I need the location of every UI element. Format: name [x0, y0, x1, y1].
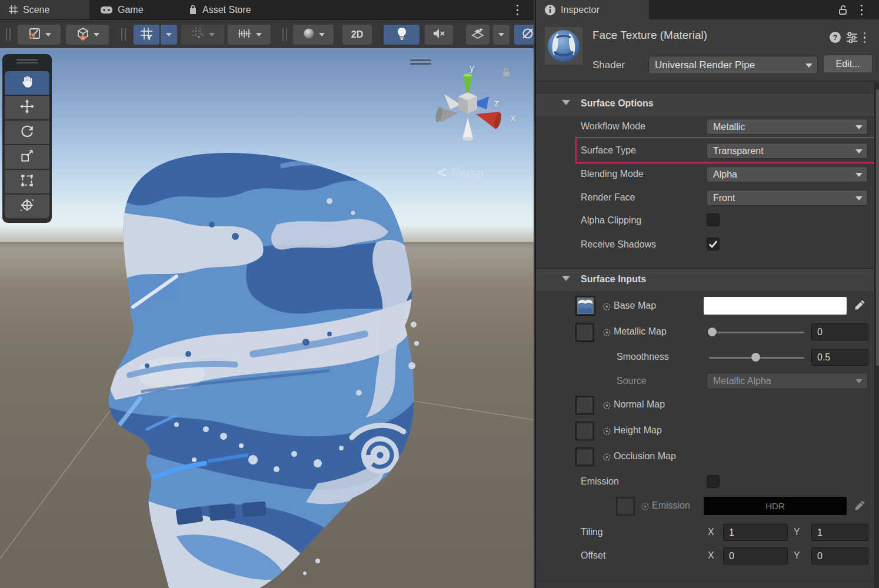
palette-drag-handle-icon[interactable]: [16, 59, 38, 64]
persp-text: Persp: [451, 166, 484, 180]
foldout-arrow-icon[interactable]: [562, 100, 570, 105]
eyedropper-icon[interactable]: [853, 499, 867, 515]
gizmo-x-label[interactable]: x: [511, 113, 515, 123]
tiling-x-field[interactable]: 1: [723, 524, 788, 541]
gizmo-y-label[interactable]: y: [470, 63, 474, 74]
tab-asset-store[interactable]: Asset Store: [180, 0, 286, 19]
emission-checkbox[interactable]: [707, 475, 720, 488]
normal-map-texture-slot[interactable]: [575, 396, 594, 415]
mode-2d-button[interactable]: 2D: [342, 25, 372, 45]
alpha-clipping-checkbox[interactable]: [707, 213, 720, 226]
draw-mode-button[interactable]: [293, 25, 334, 45]
blending-mode-dropdown[interactable]: Alpha: [707, 166, 868, 182]
unity-editor-window: Scene Game Asset Store: [0, 0, 879, 588]
inspector-lock-icon[interactable]: [838, 4, 848, 18]
bag-icon: [188, 5, 198, 15]
toolbar-grip[interactable]: [121, 28, 126, 41]
gizmo-z-label[interactable]: z: [494, 98, 499, 109]
audio-mute-button[interactable]: [425, 25, 453, 45]
transform-tool-button[interactable]: [5, 195, 49, 218]
tool-palette: [2, 54, 52, 223]
object-picker-icon[interactable]: [641, 502, 650, 513]
presets-icon[interactable]: [846, 32, 858, 45]
gamepad-icon: [100, 6, 113, 14]
grid-icon: [8, 5, 18, 15]
offset-x-label: X: [708, 550, 714, 561]
surface-type-dropdown[interactable]: Transparent: [707, 143, 868, 159]
surface-options-title: Surface Options: [581, 98, 654, 109]
tool-handle-position-button[interactable]: [18, 25, 61, 45]
transform-icon: [19, 198, 35, 215]
scene-tab-menu-icon[interactable]: [517, 5, 519, 15]
scene-visibility-button[interactable]: [514, 25, 534, 45]
metallic-slider[interactable]: [709, 325, 804, 340]
move-tool-button[interactable]: [5, 96, 49, 119]
height-map-texture-slot[interactable]: [575, 422, 594, 440]
inspector-scrollbar[interactable]: [874, 82, 879, 588]
object-picker-icon[interactable]: [602, 453, 611, 464]
scene-viewport[interactable]: y z x < Persp: [0, 48, 534, 588]
grid-visibility-dropdown-button[interactable]: [161, 25, 177, 45]
metallic-value-field[interactable]: 0: [811, 323, 868, 340]
offset-y-field[interactable]: 0: [811, 547, 868, 564]
tab-game[interactable]: Game: [92, 0, 162, 19]
receive-shadows-checkbox[interactable]: [707, 238, 720, 250]
object-picker-icon[interactable]: [602, 328, 611, 339]
scene-lighting-button[interactable]: [384, 25, 419, 45]
emission-map-texture-slot[interactable]: [616, 497, 635, 516]
receive-shadows-label: Receive Shadows: [581, 239, 656, 250]
rect-tool-button[interactable]: [5, 170, 49, 193]
tiling-y-field[interactable]: 1: [811, 524, 868, 541]
tab-inspector[interactable]: Inspector: [536, 0, 649, 19]
effects-icon-button[interactable]: [466, 25, 490, 45]
object-picker-icon[interactable]: [602, 427, 611, 438]
projection-label[interactable]: < Persp: [438, 163, 484, 182]
workflow-mode-dropdown[interactable]: Metallic: [707, 119, 868, 135]
inspector-menu-icon[interactable]: [861, 5, 863, 15]
metallic-map-texture-slot[interactable]: [575, 323, 594, 342]
occlusion-map-texture-slot[interactable]: [575, 447, 594, 466]
render-face-dropdown[interactable]: Front: [707, 190, 868, 206]
eyedropper-icon[interactable]: [853, 298, 867, 315]
tool-handle-rotation-button[interactable]: [66, 25, 109, 45]
snap-increment-button[interactable]: [228, 25, 271, 45]
help-icon[interactable]: ?: [829, 31, 841, 46]
chevron-down-icon: [45, 33, 51, 36]
render-face-label: Render Face: [581, 192, 635, 203]
rotate-tool-button[interactable]: [5, 121, 49, 144]
material-menu-icon[interactable]: [864, 32, 866, 43]
orientation-gizmo[interactable]: [432, 59, 527, 147]
emission-label: Emission: [581, 476, 619, 487]
shader-dropdown[interactable]: Universal Render Pipe: [648, 56, 818, 74]
gizmo-lock-icon[interactable]: [501, 67, 511, 79]
grid-axis-icon: Y: [139, 26, 154, 43]
smoothness-slider[interactable]: [709, 350, 804, 365]
chevron-down-icon: [209, 33, 215, 36]
offset-y-label: Y: [794, 550, 800, 561]
base-color-swatch[interactable]: [704, 297, 847, 315]
snap-magnet-button[interactable]: [181, 25, 224, 45]
toolbar-grip[interactable]: [282, 28, 287, 41]
emission-hdr-color-field[interactable]: HDR: [704, 497, 847, 515]
shader-edit-button[interactable]: Edit...: [823, 55, 873, 73]
material-preview-thumbnail[interactable]: [545, 27, 582, 65]
object-picker-icon[interactable]: [602, 401, 611, 412]
inspector-tabbar: Inspector: [536, 0, 879, 20]
grid-visibility-button[interactable]: Y: [134, 25, 159, 45]
foldout-arrow-icon[interactable]: [562, 276, 570, 281]
smoothness-value-field[interactable]: 0.5: [811, 349, 868, 366]
scale-tool-button[interactable]: [5, 145, 49, 169]
object-picker-icon[interactable]: [602, 302, 611, 313]
offset-x-field[interactable]: 0: [723, 547, 788, 564]
effects-dropdown-button[interactable]: [493, 25, 510, 45]
tab-scene[interactable]: Scene: [0, 0, 89, 19]
shader-label: Shader: [592, 59, 625, 71]
source-dropdown[interactable]: Metallic Alpha: [707, 373, 868, 389]
hand-tool-button[interactable]: [5, 71, 49, 95]
normal-map-label: Normal Map: [614, 399, 665, 410]
shader-value: Universal Render Pipe: [655, 59, 755, 71]
toolbar-grip[interactable]: [6, 28, 11, 41]
viewport-handle-icon[interactable]: [410, 59, 431, 65]
base-map-texture-slot[interactable]: [575, 296, 595, 316]
scrollbar-thumb[interactable]: [876, 89, 879, 366]
